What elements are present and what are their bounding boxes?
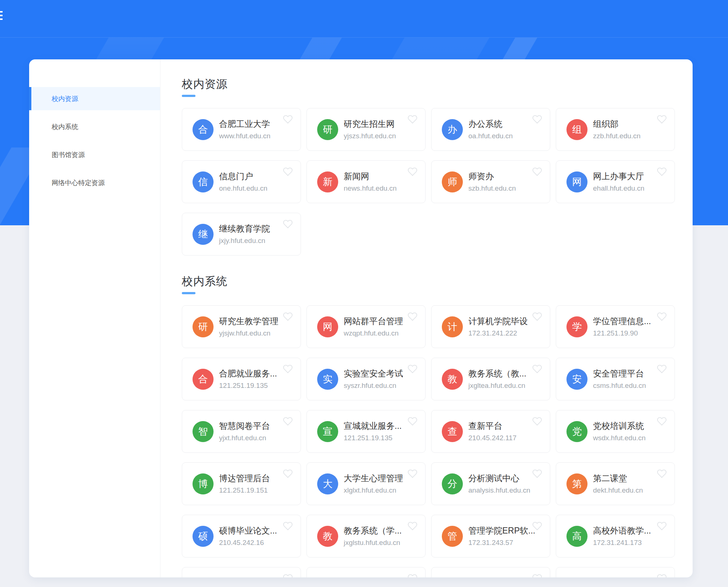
app-card[interactable] [306, 567, 426, 577]
app-card[interactable]: 第 第二课堂 dekt.hfut.edu.cn [556, 462, 675, 505]
app-card[interactable]: 硕 硕博毕业论文... 210.45.242.16 [182, 515, 301, 558]
favorite-icon[interactable] [283, 312, 293, 322]
app-title: 组织部 [593, 120, 641, 128]
app-card[interactable]: 查 查新平台 210.45.242.117 [431, 410, 550, 453]
app-url: oa.hfut.edu.cn [468, 132, 513, 139]
sidebar: 校内资源 校内系统 图书馆资源 网络中心特定资源 [29, 59, 160, 577]
app-card[interactable]: 信 信息门户 one.hfut.edu.cn [182, 160, 301, 203]
favorite-icon[interactable] [283, 521, 293, 531]
favorite-icon[interactable] [408, 573, 417, 577]
favorite-icon[interactable] [408, 114, 417, 124]
favorite-icon[interactable] [408, 469, 417, 479]
app-text: 研究生教学管理 yjsjw.hfut.edu.cn [219, 317, 278, 337]
favorite-icon[interactable] [283, 416, 293, 426]
app-card[interactable]: 组 组织部 zzb.hfut.edu.cn [556, 108, 675, 151]
app-card[interactable]: 分 分析测试中心 analysis.hfut.edu.cn [431, 462, 550, 505]
app-title: 学位管理信息... [593, 317, 651, 326]
app-card[interactable]: 合 合肥工业大学 www.hfut.edu.cn [182, 108, 301, 151]
app-title: 教务系统（教... [468, 369, 526, 378]
app-card[interactable]: 研 研究生教学管理 yjsjw.hfut.edu.cn [182, 305, 301, 348]
favorite-icon[interactable] [532, 469, 542, 479]
favorite-icon[interactable] [657, 114, 667, 124]
app-text: 信息门户 one.hfut.edu.cn [219, 172, 267, 192]
favorite-icon[interactable] [532, 114, 542, 124]
app-card[interactable] [431, 567, 550, 577]
favorite-icon[interactable] [532, 573, 542, 577]
app-title: 党校培训系统 [593, 422, 646, 430]
favorite-icon[interactable] [657, 521, 667, 531]
app-url: 172.31.241.173 [593, 539, 651, 546]
app-card[interactable]: 宣 宣城就业服务... 121.251.19.135 [306, 410, 426, 453]
app-icon: 信 [193, 171, 214, 192]
app-url: 121.251.19.151 [219, 487, 270, 494]
app-title: 宣城就业服务... [344, 422, 402, 430]
app-card[interactable]: 合 合肥就业服务... 121.251.19.135 [182, 358, 301, 400]
favorite-icon[interactable] [408, 416, 417, 426]
app-card[interactable]: 网 网站群平台管理 wzqpt.hfut.edu.cn [306, 305, 426, 348]
favorite-icon[interactable] [532, 364, 542, 374]
app-text: 第二课堂 dekt.hfut.edu.cn [593, 474, 643, 494]
favorite-icon[interactable] [532, 312, 542, 322]
app-icon: 第 [566, 473, 587, 494]
favorite-icon[interactable] [283, 364, 293, 374]
app-card[interactable]: 教 教务系统（学... jxglstu.hfut.edu.cn [306, 515, 426, 558]
app-card[interactable]: 安 安全管理平台 csms.hfut.edu.cn [556, 358, 675, 400]
app-title: 网站群平台管理 [344, 317, 403, 326]
app-card[interactable]: 继 继续教育学院 jxjy.hfut.edu.cn [182, 213, 301, 256]
favorite-icon[interactable] [657, 364, 667, 374]
favorite-icon[interactable] [283, 114, 293, 124]
favorite-icon[interactable] [532, 521, 542, 531]
app-title: 网上办事大厅 [593, 172, 644, 181]
app-text: 计算机学院毕设 172.31.241.222 [468, 317, 528, 337]
favorite-icon[interactable] [532, 416, 542, 426]
app-card[interactable]: 计 计算机学院毕设 172.31.241.222 [431, 305, 550, 348]
app-icon: 网 [317, 316, 338, 337]
favorite-icon[interactable] [283, 219, 293, 229]
sidebar-item[interactable]: 校内系统 [29, 115, 160, 138]
app-url: ehall.hfut.edu.cn [593, 185, 644, 192]
app-grid: 研 研究生教学管理 yjsjw.hfut.edu.cn 网 网站群平台 [182, 305, 675, 558]
app-icon: 党 [566, 421, 587, 442]
favorite-icon[interactable] [532, 167, 542, 177]
favorite-icon[interactable] [408, 364, 417, 374]
favorite-icon[interactable] [657, 167, 667, 177]
app-icon: 管 [442, 526, 463, 547]
favorite-icon[interactable] [657, 573, 667, 577]
app-card[interactable]: 博 博达管理后台 121.251.19.151 [182, 462, 301, 505]
app-card[interactable]: 大 大学生心理管理 xlglxt.hfut.edu.cn [306, 462, 426, 505]
app-card[interactable]: 实 实验室安全考试 syszr.hfut.edu.cn [306, 358, 426, 400]
app-title: 第二课堂 [593, 474, 643, 483]
app-card[interactable]: 党 党校培训系统 wsdx.hfut.edu.cn [556, 410, 675, 453]
favorite-icon[interactable] [408, 521, 417, 531]
sidebar-item[interactable]: 校内资源 [29, 87, 160, 110]
app-card[interactable]: 管 管理学院ERP软... 172.31.243.57 [431, 515, 550, 558]
app-card[interactable]: 师 师资办 szb.hfut.edu.cn [431, 160, 550, 203]
app-icon: 分 [442, 473, 463, 494]
favorite-icon[interactable] [408, 167, 417, 177]
app-card[interactable]: 新 新闻网 news.hfut.edu.cn [306, 160, 426, 203]
app-icon: 继 [193, 224, 214, 245]
favorite-icon[interactable] [408, 312, 417, 322]
favorite-icon[interactable] [283, 573, 293, 577]
app-card[interactable] [182, 567, 301, 577]
app-icon: 实 [317, 369, 338, 390]
app-url: 172.31.243.57 [468, 539, 535, 546]
app-card[interactable]: 网 网上办事大厅 ehall.hfut.edu.cn [556, 160, 675, 203]
favorite-icon[interactable] [283, 469, 293, 479]
app-card[interactable]: 研 研究生招生网 yjszs.hfut.edu.cn [306, 108, 426, 151]
app-card[interactable]: 学 学位管理信息... 121.251.19.90 [556, 305, 675, 348]
favorite-icon[interactable] [657, 469, 667, 479]
app-card[interactable]: 教 教务系统（教... jxgltea.hfut.edu.cn [431, 358, 550, 400]
favorite-icon[interactable] [657, 312, 667, 322]
app-card[interactable] [556, 567, 675, 577]
favorite-icon[interactable] [657, 416, 667, 426]
app-card[interactable]: 智 智慧阅卷平台 yjxt.hfut.edu.cn [182, 410, 301, 453]
sidebar-item[interactable]: 网络中心特定资源 [29, 171, 160, 194]
sidebar-item-label: 图书馆资源 [52, 150, 85, 159]
favorite-icon[interactable] [283, 167, 293, 177]
app-card[interactable]: 办 办公系统 oa.hfut.edu.cn [431, 108, 550, 151]
app-text: 大学生心理管理 xlglxt.hfut.edu.cn [344, 474, 403, 494]
app-url: wsdx.hfut.edu.cn [593, 434, 646, 441]
app-card[interactable]: 高 高校外语教学... 172.31.241.173 [556, 515, 675, 558]
sidebar-item[interactable]: 图书馆资源 [29, 143, 160, 166]
